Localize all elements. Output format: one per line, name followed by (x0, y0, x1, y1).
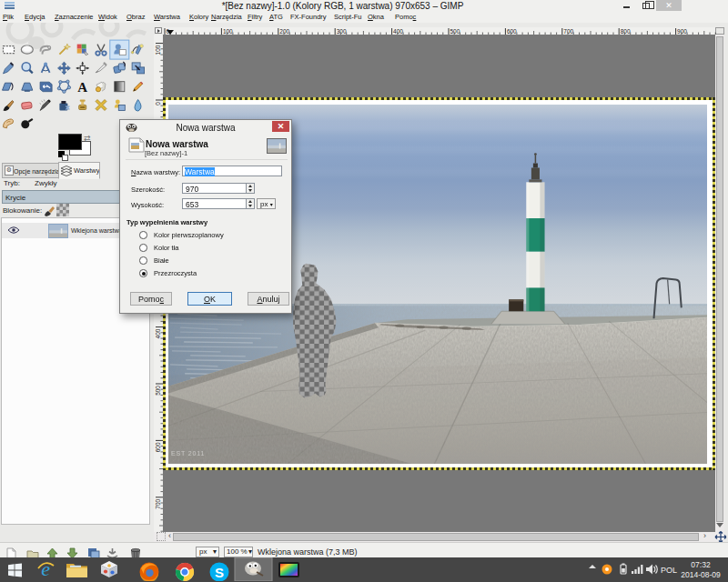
svg-text:400: 400 (155, 328, 161, 338)
svg-text:0: 0 (155, 102, 161, 105)
svg-text:e: e (41, 557, 50, 580)
svg-text:500: 500 (155, 386, 161, 396)
svg-text:500: 500 (450, 28, 460, 35)
svg-text:200: 200 (279, 28, 289, 35)
svg-text:700: 700 (563, 28, 573, 35)
svg-text:600: 600 (155, 442, 161, 452)
svg-text:400: 400 (393, 28, 403, 35)
svg-text:EST 2011: EST 2011 (171, 450, 205, 457)
svg-text:100: 100 (155, 45, 161, 55)
svg-text:800: 800 (621, 28, 631, 35)
svg-text:A: A (77, 80, 87, 95)
svg-text:900: 900 (677, 28, 687, 35)
svg-text:700: 700 (155, 498, 161, 508)
svg-text:S: S (215, 565, 224, 580)
svg-text:300: 300 (337, 28, 347, 35)
svg-text:600: 600 (507, 28, 517, 35)
svg-text:100: 100 (223, 28, 233, 35)
